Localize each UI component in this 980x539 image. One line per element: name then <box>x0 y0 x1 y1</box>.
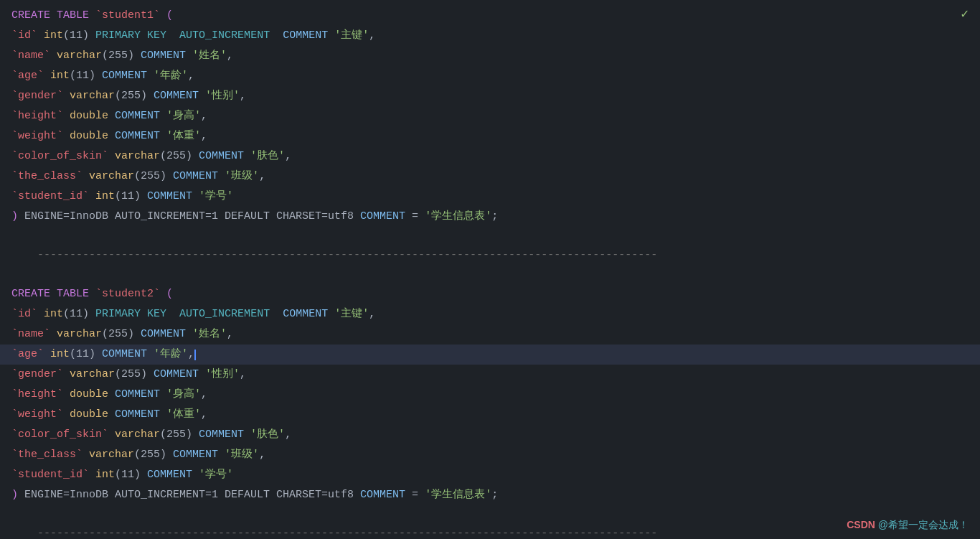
code-line-6: `height` double COMMENT '身高' , <box>0 106 980 126</box>
code-line-5: `gender` varchar (255) COMMENT '性别' , <box>0 86 980 106</box>
code-line-13: `id` int (11) PRIMARY KEY AUTO_INCREMENT… <box>0 304 980 324</box>
code-line-4: `age` int (11) COMMENT '年龄' , <box>0 66 980 86</box>
text-cursor <box>194 350 196 360</box>
code-line-17: `height` double COMMENT '身高' , <box>0 385 980 405</box>
checkmark-icon: ✓ <box>961 6 969 22</box>
keyword-create: CREATE <box>11 7 50 24</box>
code-line-15: `age` int (11) COMMENT '年龄' , <box>0 345 980 365</box>
code-line-7: `weight` double COMMENT '体重' , <box>0 126 980 146</box>
code-line-10: `student_id` int (11) COMMENT '学号' <box>0 187 980 207</box>
code-line-20: `the_class` varchar (255) COMMENT '班级' , <box>0 445 980 465</box>
code-line-2: `id` int (11) PRIMARY KEY AUTO_INCREMENT… <box>0 26 980 46</box>
code-line-19: `color_of_skin` varchar (255) COMMENT '肤… <box>0 425 980 445</box>
code-line-8: `color_of_skin` varchar (255) COMMENT '肤… <box>0 146 980 167</box>
code-line-18: `weight` double COMMENT '体重' , <box>0 405 980 425</box>
keyword-table: TABLE <box>57 7 89 24</box>
code-line-22: ) ENGINE=InnoDB AUTO_INCREMENT=1 DEFAULT… <box>0 485 980 505</box>
table-name-2: `student2` <box>95 286 160 303</box>
watermark: CSDN @希望一定会达成！ <box>847 519 969 532</box>
code-line-11: ) ENGINE=InnoDB AUTO_INCREMENT=1 DEFAULT… <box>0 207 980 227</box>
divider-1: ----------------------------------------… <box>0 227 980 284</box>
code-line-14: `name` varchar (255) COMMENT '姓名' , <box>0 324 980 345</box>
code-line-1: CREATE TABLE `student1` ( <box>0 6 980 26</box>
code-line-21: `student_id` int (11) COMMENT '学号' <box>0 465 980 485</box>
table-name-1: `student1` <box>95 7 160 24</box>
divider-2: ----------------------------------------… <box>0 505 980 539</box>
code-line-3: `name` varchar (255) COMMENT '姓名' , <box>0 46 980 66</box>
code-line-9: `the_class` varchar (255) COMMENT '班级' , <box>0 167 980 187</box>
code-line-16: `gender` varchar (255) COMMENT '性别' , <box>0 365 980 385</box>
code-line-12: CREATE TABLE `student2` ( <box>0 284 980 304</box>
code-editor: CREATE TABLE `student1` ( `id` int (11) … <box>0 0 980 539</box>
